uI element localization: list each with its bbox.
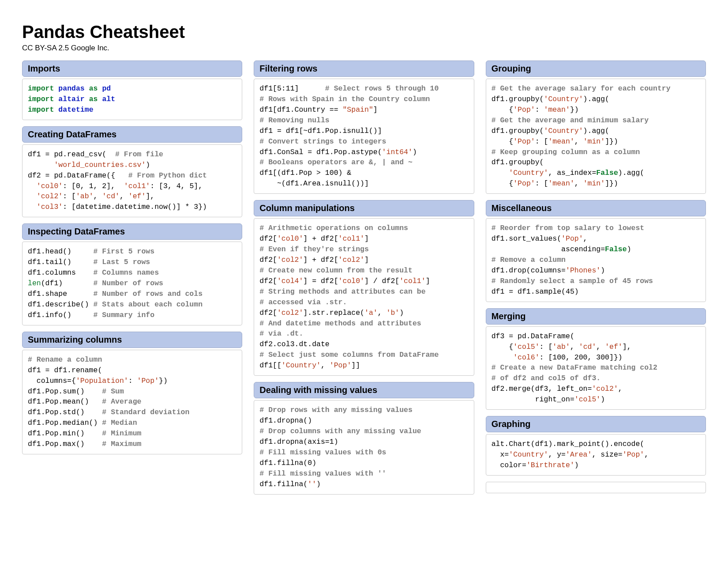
code-block: alt.Chart(df1).mark_point().encode( x='C… <box>486 434 706 476</box>
section: Creating DataFramesdf1 = pd.read_csv( # … <box>22 126 242 218</box>
section-header: Merging <box>486 308 706 325</box>
code-block: # Get the average salary for each countr… <box>486 79 706 194</box>
code-block: # Drop rows with any missing values df1.… <box>254 400 474 494</box>
section <box>486 482 706 493</box>
document-header: Pandas Cheatsheet CC BY-SA 2.5 Google In… <box>22 22 706 53</box>
column-right: Grouping# Get the average salary for eac… <box>486 60 706 501</box>
section-header: Grouping <box>486 60 706 77</box>
section-header: Filtering rows <box>254 60 474 77</box>
code-block: df1.head() # First 5 rows df1.tail() # L… <box>22 242 242 325</box>
code-block: df3 = pd.DataFrame( {'col5': ['ab', 'cd'… <box>486 326 706 410</box>
section-header: Imports <box>22 60 242 77</box>
section-header: Miscellaneous <box>486 200 706 216</box>
code-block: # Reorder from top salary to lowest df1.… <box>486 218 706 302</box>
code-block <box>486 482 706 493</box>
section-header: Dealing with missing values <box>254 382 474 398</box>
section: Graphingalt.Chart(df1).mark_point().enco… <box>486 416 706 476</box>
section: Miscellaneous# Reorder from top salary t… <box>486 200 706 302</box>
section: Dealing with missing values# Drop rows w… <box>254 382 474 494</box>
page-title: Pandas Cheatsheet <box>22 22 706 42</box>
content-columns: Importsimport pandas as pd import altair… <box>22 60 706 501</box>
section-header: Inspecting DataFrames <box>22 223 242 240</box>
code-block: df1[5:11] # Select rows 5 through 10 # R… <box>254 79 474 194</box>
code-block: df1 = pd.read_csv( # From file 'world_co… <box>22 144 242 218</box>
section: Importsimport pandas as pd import altair… <box>22 60 242 120</box>
section: Column manipulations# Arithmetic operati… <box>254 200 474 376</box>
code-block: # Arithmetic operations on columns df2['… <box>254 218 474 376</box>
section-header: Summarizing columns <box>22 332 242 348</box>
section: Inspecting DataFramesdf1.head() # First … <box>22 223 242 325</box>
page-subtitle: CC BY-SA 2.5 Google Inc. <box>22 44 706 53</box>
section-header: Graphing <box>486 416 706 432</box>
section: Summarizing columns# Rename a column df1… <box>22 332 242 454</box>
code-block: import pandas as pd import altair as alt… <box>22 79 242 120</box>
section-header: Creating DataFrames <box>22 126 242 143</box>
section: Mergingdf3 = pd.DataFrame( {'col5': ['ab… <box>486 308 706 410</box>
section: Grouping# Get the average salary for eac… <box>486 60 706 194</box>
column-middle: Filtering rowsdf1[5:11] # Select rows 5 … <box>254 60 474 501</box>
section-header: Column manipulations <box>254 200 474 216</box>
column-left: Importsimport pandas as pd import altair… <box>22 60 242 501</box>
code-block: # Rename a column df1 = df1.rename( colu… <box>22 350 242 454</box>
section: Filtering rowsdf1[5:11] # Select rows 5 … <box>254 60 474 194</box>
